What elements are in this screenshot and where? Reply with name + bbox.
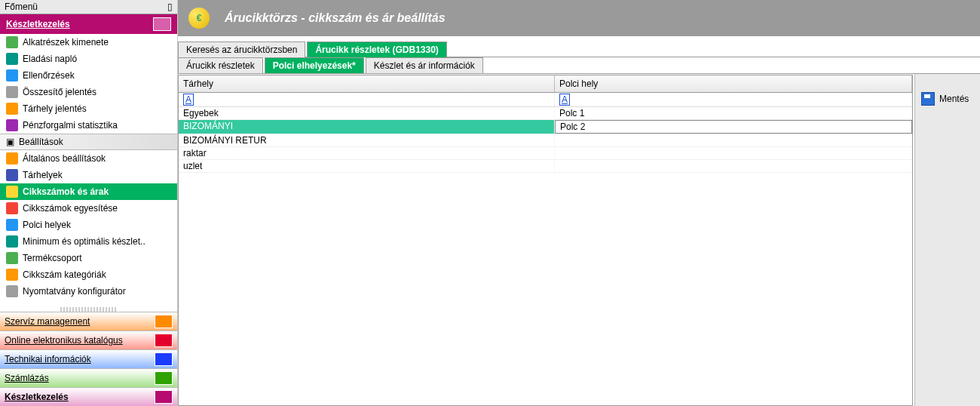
sidebar-item[interactable]: Tárhelyek <box>0 167 177 183</box>
sub-tabs: Árucikk részletekPolci elhelyezések*Kész… <box>178 57 980 74</box>
sidebar-item[interactable]: Összesítő jelentés <box>0 84 177 100</box>
collapse-icon: ▣ <box>6 137 14 147</box>
nav-item-label: Ellenőrzések <box>23 70 75 81</box>
nav-item-icon <box>6 103 18 115</box>
module-bar-label: Online elektronikus katalógus <box>5 335 123 346</box>
nav-item-label: Összesítő jelentés <box>23 87 96 97</box>
sidebar-mainmenu-header: Főmenü ▯ <box>0 0 177 14</box>
shelf-input[interactable] <box>560 121 907 132</box>
save-button-label: Mentés <box>939 94 969 104</box>
col-header-shelf[interactable]: Polci hely <box>555 75 912 92</box>
sidebar-nav: Alkatrészek kimeneteEladási naplóEllenőr… <box>0 34 177 307</box>
cell-shelf[interactable] <box>555 160 912 172</box>
sidebar-group-label: Beállítások <box>19 137 63 147</box>
main-panel: € Árucikktörzs - cikkszám és ár beállítá… <box>178 0 980 406</box>
nav-item-icon <box>6 69 18 82</box>
cell-storage[interactable]: BIZOMÁNYI <box>179 120 555 134</box>
table-filter-row: A A <box>179 93 912 107</box>
save-icon <box>921 92 935 106</box>
nav-item-icon <box>6 86 18 98</box>
nav-item-label: Alkatrészek kimenete <box>23 37 109 48</box>
table-row[interactable]: uzlet <box>179 160 912 173</box>
main-tabs: Keresés az árucikktörzsbenÁrucikk részle… <box>178 41 980 57</box>
sidebar-item[interactable]: Nyomtatvány konfigurátor <box>0 283 177 300</box>
sub-tab[interactable]: Készlet és ár információk <box>366 57 483 73</box>
module-bar-icon <box>155 390 173 404</box>
filter-storage[interactable]: A <box>179 93 555 106</box>
module-bar-label: Technikai információk <box>5 354 91 364</box>
sidebar-item[interactable]: Pénzforgalmi statisztika <box>0 117 177 134</box>
sidebar-item[interactable]: Eladási napló <box>0 51 177 67</box>
cell-shelf[interactable] <box>555 134 912 146</box>
module-bar[interactable]: Online elektronikus katalógus <box>0 331 177 349</box>
nav-item-icon <box>6 269 18 281</box>
sidebar-bottom-bars: Szervíz managementOnline elektronikus ka… <box>0 312 177 406</box>
sidebar-item[interactable]: Cikkszámok és árak <box>0 183 177 200</box>
nav-item-icon <box>6 252 18 264</box>
module-bar[interactable]: Technikai információk <box>0 349 177 368</box>
pin-icon[interactable]: ▯ <box>167 2 173 12</box>
nav-item-label: Pénzforgalmi statisztika <box>23 120 118 131</box>
col-header-storage[interactable]: Tárhely <box>179 75 555 92</box>
module-bar[interactable]: Szervíz management <box>0 312 177 331</box>
module-bar-icon <box>155 352 173 366</box>
sidebar-group-header[interactable]: ▣ Beállítások <box>0 134 177 150</box>
save-button[interactable]: Mentés <box>915 89 980 109</box>
main-tab[interactable]: Keresés az árucikktörzsben <box>178 42 305 57</box>
module-bar[interactable]: Készletkezelés <box>0 387 177 406</box>
nav-item-icon <box>6 152 18 165</box>
table-row[interactable]: BIZOMÁNYI <box>179 120 912 134</box>
sidebar-item[interactable]: Alkatrészek kimenete <box>0 34 177 51</box>
nav-item-icon <box>6 202 18 214</box>
cell-storage[interactable]: BIZOMÁNYI RETUR <box>179 134 555 146</box>
nav-item-label: Polci helyek <box>23 220 71 230</box>
nav-item-icon <box>6 169 18 181</box>
nav-item-icon <box>6 219 18 231</box>
sidebar-item[interactable]: Cikkszámok egyesítése <box>0 200 177 217</box>
sidebar-item[interactable]: Termékcsoport <box>0 250 177 266</box>
module-bar[interactable]: Számlázás <box>0 368 177 387</box>
main-tab[interactable]: Árucikk részletek (GDB1330) <box>307 42 446 57</box>
module-bar-icon <box>155 315 173 328</box>
sub-tab[interactable]: Polci elhelyezések* <box>265 57 364 73</box>
nav-item-label: Minimum és optimális készlet.. <box>23 236 145 247</box>
cell-storage[interactable]: Egyebek <box>179 107 555 119</box>
page-title: Árucikktörzs - cikkszám és ár beállítás <box>225 11 446 25</box>
nav-item-label: Nyomtatvány konfigurátor <box>23 286 126 297</box>
cell-storage[interactable]: raktar <box>179 147 555 159</box>
storage-table: Tárhely Polci hely A A EgyebekPolc 1BIZO… <box>178 75 913 406</box>
sidebar-item[interactable]: Polci helyek <box>0 217 177 233</box>
cell-shelf[interactable] <box>555 147 912 159</box>
table-header: Tárhely Polci hely <box>179 75 912 93</box>
filter-shelf[interactable]: A <box>555 93 912 106</box>
nav-item-label: Termékcsoport <box>23 253 82 263</box>
nav-item-icon <box>6 53 18 65</box>
nav-item-label: Tárhelyek <box>23 170 63 180</box>
table-row[interactable]: EgyebekPolc 1 <box>179 107 912 120</box>
nav-item-icon <box>6 119 18 131</box>
cell-storage[interactable]: uzlet <box>179 160 555 172</box>
sidebar-section-header[interactable]: Készletkezelés <box>0 14 177 34</box>
sidebar-item[interactable]: Általános beállítások <box>0 150 177 167</box>
module-bar-label: Szervíz management <box>5 316 90 327</box>
cell-shelf[interactable]: Polc 1 <box>555 107 912 119</box>
nav-item-icon <box>6 36 18 48</box>
module-bar-icon <box>155 334 173 347</box>
sidebar: Főmenü ▯ Készletkezelés Alkatrészek kime… <box>0 0 178 406</box>
nav-item-label: Tárhely jelentés <box>23 103 87 114</box>
nav-item-label: Általános beállítások <box>23 153 106 164</box>
sidebar-item[interactable]: Tárhely jelentés <box>0 100 177 117</box>
table-row[interactable]: raktar <box>179 147 912 160</box>
nav-item-label: Eladási napló <box>23 54 77 64</box>
table-row[interactable]: BIZOMÁNYI RETUR <box>179 134 912 147</box>
sidebar-item[interactable]: Cikkszám kategóriák <box>0 266 177 283</box>
sidebar-mainmenu-label: Főmenü <box>5 2 38 12</box>
nav-item-icon <box>6 235 18 248</box>
sub-tab[interactable]: Árucikk részletek <box>178 57 263 73</box>
nav-item-icon <box>6 186 18 198</box>
cell-shelf[interactable] <box>555 120 912 134</box>
sidebar-item[interactable]: Ellenőrzések <box>0 67 177 84</box>
sidebar-item[interactable]: Minimum és optimális készlet.. <box>0 233 177 250</box>
module-bar-label: Készletkezelés <box>5 392 69 402</box>
nav-item-label: Cikkszám kategóriák <box>23 269 106 280</box>
